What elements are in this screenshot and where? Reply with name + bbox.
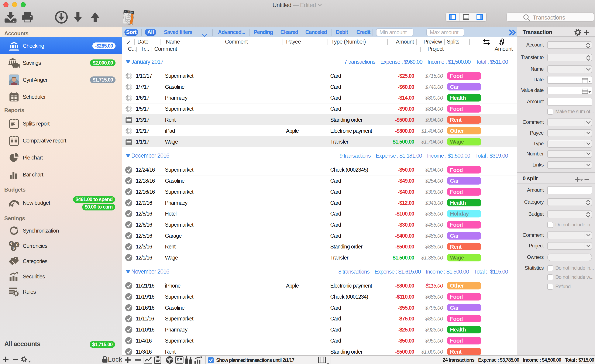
svg-text:¥: ¥ bbox=[15, 243, 18, 247]
svg-text:€: € bbox=[10, 242, 12, 245]
svg-text:$: $ bbox=[13, 246, 15, 250]
svg-text:€: € bbox=[177, 357, 179, 361]
